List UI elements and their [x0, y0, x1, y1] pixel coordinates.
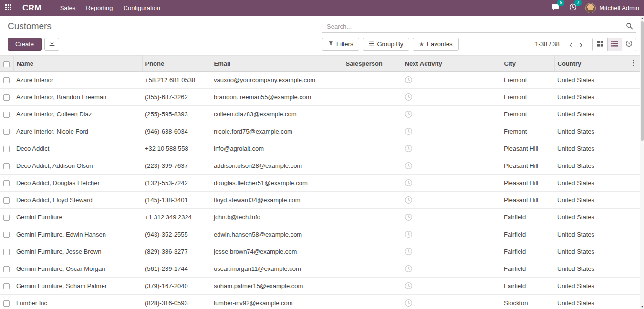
column-header-next-activity[interactable]: Next Activity — [402, 56, 501, 72]
row-checkbox[interactable] — [3, 232, 10, 238]
clock-outline-icon[interactable] — [405, 93, 413, 101]
row-checkbox[interactable] — [3, 266, 10, 272]
table-row[interactable]: Deco Addict, Douglas Fletcher (132)-553-… — [0, 175, 640, 192]
cell-email: colleen.diaz83@example.com — [211, 106, 343, 123]
scrollbar-thumb[interactable] — [641, 21, 644, 141]
cell-country: United States — [554, 140, 640, 157]
view-switcher — [592, 38, 636, 51]
scroll-down-arrow[interactable]: ▼ — [640, 304, 644, 309]
clock-outline-icon[interactable] — [405, 213, 413, 221]
list-view-button[interactable] — [607, 38, 622, 51]
row-checkbox[interactable] — [3, 77, 10, 83]
scroll-up-arrow[interactable]: ▲ — [640, 16, 644, 21]
table-row[interactable]: Gemini Furniture, Edwin Hansen (943)-352… — [0, 226, 640, 243]
cell-phone: +58 212 681 0538 — [142, 72, 211, 89]
table-row[interactable]: Azure Interior +58 212 681 0538 vauxoo@y… — [0, 72, 640, 89]
row-checkbox[interactable] — [3, 249, 10, 255]
cell-email: oscar.morgan11@example.com — [211, 260, 343, 278]
column-header-city[interactable]: City — [501, 56, 554, 72]
clock-outline-icon[interactable] — [405, 247, 413, 256]
row-checkbox[interactable] — [3, 215, 10, 221]
clock-outline-icon[interactable] — [405, 127, 413, 135]
vertical-scrollbar[interactable]: ▲ ▼ — [640, 16, 644, 309]
user-menu[interactable]: Mitchell Admin — [585, 3, 639, 13]
clock-outline-icon[interactable] — [405, 162, 413, 170]
row-checkbox[interactable] — [3, 129, 10, 135]
export-button[interactable] — [44, 38, 59, 51]
clock-outline-icon[interactable] — [405, 265, 413, 273]
activity-view-button[interactable] — [622, 38, 636, 51]
cell-name: Deco Addict, Floyd Steward — [13, 192, 142, 209]
clock-outline-icon[interactable] — [405, 196, 413, 204]
table-row[interactable]: Deco Addict +32 10 588 558 info@agrolait… — [0, 140, 640, 157]
app-name[interactable]: CRM — [22, 3, 42, 13]
clock-icon — [625, 40, 633, 49]
menu-sales[interactable]: Sales — [55, 0, 81, 16]
row-checkbox[interactable] — [3, 300, 10, 307]
menu-reporting[interactable]: Reporting — [81, 0, 118, 16]
column-header-email[interactable]: Email — [211, 56, 343, 72]
table-row[interactable]: Gemini Furniture, Soham Palmer (379)-167… — [0, 278, 640, 295]
table-row[interactable]: Lumber Inc (828)-316-0593 lumber-inv92@e… — [0, 295, 640, 309]
clock-outline-icon[interactable] — [405, 179, 413, 187]
create-button[interactable]: Create — [8, 38, 42, 51]
clock-outline-icon[interactable] — [405, 76, 413, 84]
cell-next-activity — [402, 260, 501, 278]
apps-menu-button[interactable] — [0, 0, 17, 16]
cell-email: douglas.fletcher51@example.com — [211, 175, 343, 192]
favorites-button[interactable]: ★ Favorites — [413, 38, 458, 51]
cell-phone: (946)-638-6034 — [142, 123, 211, 140]
column-header-name[interactable]: Name — [13, 56, 142, 72]
clock-outline-icon[interactable] — [405, 282, 413, 290]
cell-email: info@agrolait.com — [211, 140, 343, 157]
cell-city: Pleasant Hill — [501, 140, 554, 157]
grid-icon — [597, 41, 603, 48]
column-options-button[interactable]: ⋮ — [630, 58, 637, 67]
kanban-view-button[interactable] — [593, 38, 607, 51]
menu-configuration[interactable]: Configuration — [118, 0, 166, 16]
cell-city: Fairfield — [501, 260, 554, 278]
table-row[interactable]: Deco Addict, Addison Olson (223)-399-763… — [0, 157, 640, 175]
cell-phone: +1 312 349 2324 — [142, 209, 211, 226]
group-by-button[interactable]: Group By — [363, 38, 409, 51]
row-checkbox[interactable] — [3, 112, 10, 118]
table-row[interactable]: Gemini Furniture +1 312 349 2324 john.b@… — [0, 209, 640, 226]
table-row[interactable]: Azure Interior, Nicole Ford (946)-638-60… — [0, 123, 640, 140]
table-row[interactable]: Azure Interior, Colleen Diaz (255)-595-8… — [0, 106, 640, 123]
row-checkbox[interactable] — [3, 146, 10, 152]
cell-next-activity — [402, 106, 501, 123]
clock-outline-icon[interactable] — [405, 144, 413, 153]
cell-phone: (828)-316-0593 — [142, 295, 211, 309]
column-header-phone[interactable]: Phone — [142, 56, 211, 72]
row-checkbox[interactable] — [3, 94, 10, 101]
clock-outline-icon[interactable] — [405, 230, 413, 238]
column-header-country[interactable]: Country ⋮ — [554, 56, 640, 72]
table-row[interactable]: Deco Addict, Floyd Steward (145)-138-340… — [0, 192, 640, 209]
select-all-checkbox[interactable] — [3, 61, 10, 67]
table-row[interactable]: Gemini Furniture, Jesse Brown (829)-386-… — [0, 243, 640, 260]
cell-salesperson — [343, 89, 402, 106]
cell-name: Lumber Inc — [13, 295, 142, 309]
cell-city: Fremont — [501, 106, 554, 123]
column-header-salesperson[interactable]: Salesperson — [343, 56, 402, 72]
row-checkbox[interactable] — [3, 283, 10, 289]
cell-name: Deco Addict — [13, 140, 142, 157]
messages-button[interactable]: 5 — [551, 2, 561, 14]
activities-button[interactable]: 7 — [568, 2, 578, 14]
cell-name: Gemini Furniture, Edwin Hansen — [13, 226, 142, 243]
search-button[interactable] — [626, 22, 633, 31]
table-row[interactable]: Gemini Furniture, Oscar Morgan (561)-239… — [0, 260, 640, 278]
clock-outline-icon[interactable] — [405, 299, 413, 307]
table-row[interactable]: Azure Interior, Brandon Freeman (355)-68… — [0, 89, 640, 106]
filters-button[interactable]: Filters — [322, 38, 359, 51]
star-icon: ★ — [419, 41, 424, 48]
row-checkbox[interactable] — [3, 180, 10, 186]
pager-previous-button[interactable]: ‹ — [566, 40, 576, 49]
row-checkbox[interactable] — [3, 197, 10, 204]
group-by-label: Group By — [377, 41, 403, 48]
clock-outline-icon[interactable] — [405, 110, 413, 118]
row-checkbox[interactable] — [3, 163, 10, 169]
cell-city: Fremont — [501, 123, 554, 140]
search-input[interactable] — [322, 20, 636, 33]
pager-next-button[interactable]: › — [576, 40, 586, 49]
